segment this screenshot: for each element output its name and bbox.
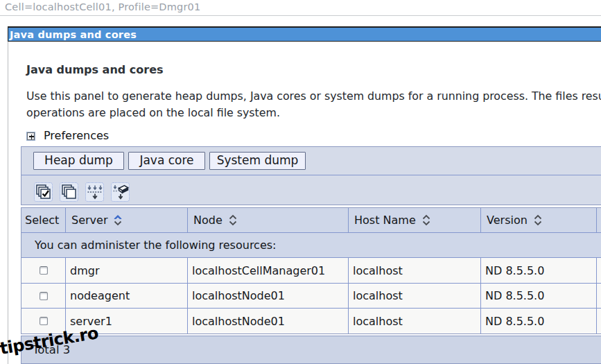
column-header-version[interactable]: Version <box>481 208 597 232</box>
server-cell: nodeagent <box>66 284 188 308</box>
column-header-select: Select <box>21 208 66 232</box>
column-label: Host Name <box>354 214 416 227</box>
deselect-all-items-icon[interactable] <box>60 182 78 202</box>
row-select-cell <box>21 258 66 283</box>
row-select-cell <box>21 284 66 308</box>
column-label: Node <box>193 214 223 227</box>
column-label: Server <box>71 214 107 227</box>
preferences-label: Preferences <box>44 129 109 142</box>
server-cell: dmgr <box>66 258 188 283</box>
sort-toggle-icon[interactable] <box>114 214 122 226</box>
page-heading: Java dumps and cores <box>26 63 164 76</box>
selection-icon-row <box>21 175 601 205</box>
version-cell: ND 8.5.5.0 <box>481 284 597 308</box>
row-checkbox[interactable] <box>40 266 48 275</box>
version-cell: ND 8.5.5.0 <box>481 258 597 283</box>
host-name-cell: localhost <box>349 284 481 308</box>
node-cell: localhostNode01 <box>188 309 349 333</box>
version-cell: ND 8.5.5.0 <box>481 309 597 333</box>
top-divider <box>0 15 601 16</box>
host-name-cell: localhost <box>349 309 481 333</box>
column-header-server[interactable]: Server <box>66 208 188 232</box>
column-label: Select <box>25 214 59 227</box>
breadcrumb: Cell=localhostCell01, Profile=Dmgr01 <box>5 1 200 12</box>
resources-table: Select Server Node Host Name Version <box>21 207 601 334</box>
table-info-row: You can administer the following resourc… <box>21 233 601 258</box>
action-button-row: Heap dump Java core System dump <box>21 147 601 175</box>
description-line-1: Use this panel to generate heap dumps, J… <box>26 89 601 103</box>
row-checkbox[interactable] <box>40 317 48 325</box>
column-label: Version <box>487 214 528 227</box>
clear-filter-value-icon[interactable] <box>111 182 130 202</box>
show-filter-function-icon[interactable] <box>85 182 104 202</box>
preferences-expander[interactable]: Preferences <box>26 130 109 142</box>
node-cell: localhostCellManager01 <box>188 258 349 283</box>
select-all-items-icon[interactable] <box>34 182 53 202</box>
column-header-clipped <box>597 208 601 232</box>
sort-toggle-icon[interactable] <box>534 214 542 226</box>
host-name-cell: localhost <box>349 258 481 283</box>
sort-toggle-icon[interactable] <box>229 214 237 226</box>
column-header-host-name[interactable]: Host Name <box>349 208 481 232</box>
clipped-cell <box>597 258 601 283</box>
expand-plus-icon[interactable] <box>26 132 35 141</box>
clipped-cell <box>597 309 601 333</box>
description-line-2: operations are placed on the local file … <box>26 106 280 119</box>
node-cell: localhostNode01 <box>188 284 349 308</box>
panel-left-border <box>8 42 8 364</box>
table-row: server1 localhostNode01 localhost ND 8.5… <box>21 309 601 333</box>
table-header-row: Select Server Node Host Name Version <box>21 208 601 233</box>
table-footer: Total 3 <box>21 336 601 364</box>
sort-toggle-icon[interactable] <box>422 214 430 226</box>
column-header-node[interactable]: Node <box>188 208 349 232</box>
java-core-button[interactable]: Java core <box>128 152 205 170</box>
row-checkbox[interactable] <box>40 292 48 300</box>
heap-dump-button[interactable]: Heap dump <box>33 152 124 170</box>
info-row-text: You can administer the following resourc… <box>35 239 276 252</box>
panel-titlebar: Java dumps and cores <box>8 26 601 42</box>
system-dump-button[interactable]: System dump <box>209 152 306 170</box>
panel-title: Java dumps and cores <box>8 29 137 40</box>
clipped-cell <box>597 284 601 308</box>
table-row: nodeagent localhostNode01 localhost ND 8… <box>21 284 601 309</box>
table-toolbar: Heap dump Java core System dump <box>21 146 601 205</box>
table-row: dmgr localhostCellManager01 localhost ND… <box>21 258 601 284</box>
